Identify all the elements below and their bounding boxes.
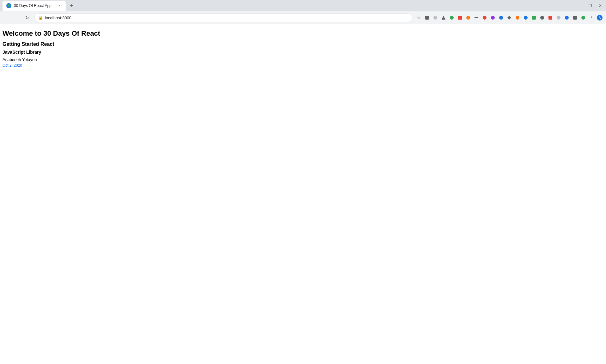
minimize-button[interactable]: — (577, 3, 583, 8)
new-tab-button[interactable]: + (67, 1, 76, 10)
tab-bar: 30 Days Of React App × + — ❐ ✕ (0, 0, 606, 11)
page-content: Welcome to 30 Days Of React Getting Star… (0, 24, 606, 73)
ext-9[interactable] (489, 14, 497, 21)
ext-18[interactable] (563, 14, 571, 21)
ext-1[interactable] (423, 14, 431, 21)
ext-6[interactable] (464, 14, 472, 21)
svg-rect-4 (458, 16, 462, 20)
svg-text:A: A (599, 16, 601, 20)
ext-14[interactable] (530, 14, 538, 21)
svg-point-17 (565, 16, 569, 20)
svg-marker-10 (507, 16, 511, 20)
url-text: localhost:3000 (45, 15, 408, 20)
ext-2[interactable] (432, 14, 439, 21)
ext-17[interactable] (555, 14, 562, 21)
browser-chrome: 30 Days Of React App × + — ❐ ✕ ‹ › ↻ 🔒 l… (0, 0, 606, 24)
window-controls: — ❐ ✕ (577, 3, 603, 8)
date-text: Oct 2, 2020 (3, 63, 603, 68)
maximize-button[interactable]: ❐ (587, 3, 593, 8)
svg-point-16 (557, 16, 560, 20)
svg-rect-9 (499, 16, 503, 20)
ext-12[interactable] (514, 14, 521, 21)
active-tab[interactable]: 30 Days Of React App × (3, 1, 66, 11)
ext-4[interactable] (448, 14, 456, 21)
close-window-button[interactable]: ✕ (597, 3, 603, 8)
browser-toolbar: ‹ › ↻ 🔒 localhost:3000 ☆ (0, 11, 606, 24)
svg-point-1 (433, 16, 437, 20)
lock-icon: 🔒 (38, 15, 43, 20)
ext-8[interactable] (481, 14, 488, 21)
ext-19[interactable] (571, 14, 579, 21)
ext-11[interactable] (505, 14, 513, 21)
ext-16[interactable] (547, 14, 554, 21)
svg-marker-2 (442, 16, 445, 20)
page-title: Welcome to 30 Days Of React (3, 29, 603, 38)
ext-13[interactable] (522, 14, 529, 21)
ext-5[interactable] (456, 14, 464, 21)
svg-point-7 (483, 16, 487, 20)
ext-3[interactable] (440, 14, 447, 21)
bookmark-icon[interactable]: ☆ (415, 14, 423, 21)
sub-title: JavaScript Library (3, 50, 603, 55)
svg-rect-18 (573, 16, 577, 20)
svg-point-12 (524, 16, 528, 20)
svg-rect-0 (425, 16, 429, 20)
forward-button[interactable]: › (13, 13, 21, 22)
svg-point-19 (581, 16, 585, 20)
svg-point-11 (516, 16, 519, 20)
svg-point-3 (450, 16, 454, 20)
svg-point-14 (540, 16, 544, 20)
extensions-menu[interactable]: ⋮ (588, 14, 595, 21)
svg-rect-6 (474, 17, 478, 18)
tab-favicon (6, 3, 11, 8)
tab-title: 30 Days Of React App (14, 3, 54, 8)
back-button[interactable]: ‹ (3, 13, 11, 22)
svg-point-5 (466, 16, 470, 20)
extensions-area: ☆ (415, 14, 603, 21)
svg-point-8 (491, 16, 495, 20)
reload-button[interactable]: ↻ (23, 13, 32, 22)
section-title: Getting Started React (3, 41, 603, 47)
profile-icon[interactable]: A (596, 14, 603, 21)
svg-rect-13 (532, 16, 536, 20)
ext-7[interactable] (473, 14, 480, 21)
author-text: Asabeneh Yetayeh (3, 57, 603, 62)
tab-close-button[interactable]: × (57, 3, 62, 8)
address-bar[interactable]: 🔒 localhost:3000 (34, 13, 413, 22)
svg-rect-15 (548, 16, 552, 20)
ext-15[interactable] (538, 14, 546, 21)
ext-20[interactable] (579, 14, 587, 21)
ext-10[interactable] (497, 14, 505, 21)
